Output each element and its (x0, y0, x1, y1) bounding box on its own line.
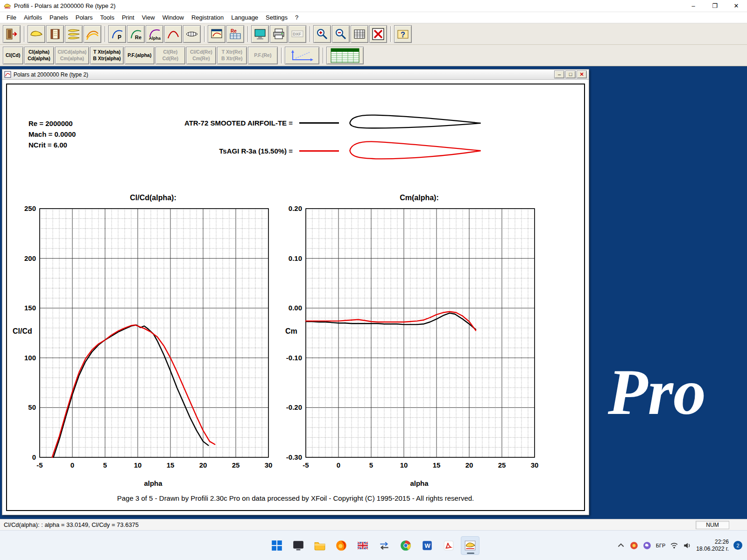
exit-button[interactable] (3, 25, 21, 43)
clcd-alpha-chart: -5051015202530050100150200250 (13, 204, 273, 471)
uk-keyboard-layout-button[interactable] (353, 536, 372, 555)
folder-icon (314, 539, 326, 552)
taskbar-center-icons: W (268, 536, 479, 555)
acrobat-button[interactable] (439, 536, 458, 555)
polar-data-grid-button[interactable] (326, 47, 364, 64)
compare-airfoils-button[interactable] (84, 25, 101, 43)
tab-clcd-re-cm-re[interactable]: Cl/Cd(Re) Cm(Re) (186, 47, 216, 64)
toolbar-separator (281, 48, 282, 63)
tab-txtr-re-bxtr-re[interactable]: T Xtr(Re) B Xtr(Re) (217, 47, 247, 64)
clcd-chart-title: Cl/Cd(alpha): (38, 194, 268, 202)
tab-cl-alpha-cd-alpha[interactable]: Cl(alpha) Cd(alpha) (24, 47, 54, 64)
airfoil-manager-button[interactable] (28, 25, 45, 43)
menu-tools[interactable]: Tools (97, 13, 118, 22)
delete-polar-button[interactable] (369, 25, 387, 43)
cm-x-axis-label: alpha (304, 479, 535, 487)
airfoil-stack-button[interactable] (65, 25, 83, 43)
wifi-icon[interactable] (670, 541, 678, 550)
menubar: File Airfoils Panels Polars Tools Print … (0, 12, 747, 23)
inner-minimize-button[interactable]: – (554, 70, 564, 78)
tab-label: Cl(Re) (163, 49, 177, 56)
re-value: Re = 2000000 (28, 118, 76, 129)
status-text: Cl/Cd(alpha): : alpha = 33.0149, Cl/Cdy … (4, 521, 139, 528)
tray-app-red-icon[interactable] (630, 541, 638, 550)
svg-text:0: 0 (337, 461, 340, 469)
viber-icon[interactable] (643, 541, 651, 550)
polars-window-content: Re = 2000000 Mach = 0.0000 NCrit = 6.00 … (2, 80, 589, 515)
single-polar-button[interactable] (164, 25, 182, 43)
polar-re-button[interactable]: Re (127, 25, 145, 43)
re-table-button[interactable]: Re (226, 25, 244, 43)
menu-print[interactable]: Print (118, 13, 138, 22)
inner-maximize-button[interactable]: □ (565, 70, 576, 78)
zoom-in-button[interactable] (313, 25, 331, 43)
airfoil-database-button[interactable] (46, 25, 64, 43)
menu-window[interactable]: Window (159, 13, 188, 22)
svg-text:20: 20 (465, 461, 473, 469)
polars-window-titlebar[interactable]: Polars at 2000000 Re (type 2) – □ ✕ (2, 70, 589, 80)
word-button[interactable]: W (418, 536, 437, 555)
close-button[interactable]: ✕ (726, 0, 747, 12)
tab-clcd-alpha-cm-alpha[interactable]: Cl/Cd(alpha) Cm(alpha) (55, 47, 90, 64)
menu-file[interactable]: File (3, 13, 20, 22)
menu-settings[interactable]: Settings (262, 13, 291, 22)
menu-registration[interactable]: Registration (188, 13, 227, 22)
svg-text:25: 25 (498, 461, 506, 469)
screen-view-button[interactable] (251, 25, 269, 43)
menu-help[interactable]: ? (291, 13, 302, 22)
num-lock-indicator: NUM (696, 521, 729, 529)
help-button[interactable]: ? (394, 25, 412, 43)
atr72-airfoil-shape (346, 112, 484, 134)
re-table-icon: Re (229, 28, 242, 41)
analysis-parameters: Re = 2000000 Mach = 0.0000 NCrit = 6.00 (28, 118, 76, 150)
axes-scale-button[interactable] (285, 47, 319, 64)
panels-button[interactable] (183, 25, 201, 43)
taskbar-time: 22:26 (696, 539, 729, 546)
menu-panels[interactable]: Panels (46, 13, 72, 22)
profili-app-button[interactable] (461, 536, 479, 555)
svg-text:15: 15 (167, 461, 175, 469)
svg-text:0.00: 0.00 (289, 304, 302, 312)
xfoil-analysis-button[interactable] (208, 25, 226, 43)
tab-label: Cl(Cd) (6, 52, 21, 59)
svg-text:25: 25 (232, 461, 240, 469)
taskbar-dark-app-button[interactable] (289, 536, 308, 555)
maximize-button[interactable]: ❐ (704, 0, 726, 12)
window-title: Profili - Polars at 2000000 Re (type 2) (14, 2, 116, 9)
firefox-button[interactable] (332, 536, 351, 555)
polar-p-button[interactable]: P (108, 25, 126, 43)
tab-cl-re-cd-re[interactable]: Cl(Re) Cd(Re) (155, 47, 185, 64)
keyboard-language-indicator[interactable]: БГР (656, 543, 666, 548)
data-table-button[interactable] (351, 25, 368, 43)
volume-icon[interactable] (683, 541, 691, 550)
clcd-x-axis-label: alpha (38, 479, 268, 487)
zoom-out-button[interactable] (332, 25, 350, 43)
tray-chevron-up-icon[interactable] (617, 541, 625, 550)
svg-text:15: 15 (433, 461, 441, 469)
minimize-button[interactable]: – (683, 0, 704, 12)
polar-alpha-button[interactable]: Alpha (146, 25, 163, 43)
start-button[interactable] (268, 536, 286, 555)
chrome-button[interactable] (396, 536, 415, 555)
legend-label-tsagi: TsAGI R-3a (15.50%) = (77, 147, 293, 155)
menu-polars[interactable]: Polars (72, 13, 97, 22)
analysis-window-icon (210, 28, 223, 41)
menu-view[interactable]: View (138, 13, 159, 22)
sync-app-button[interactable] (375, 536, 394, 555)
tab-pf-re[interactable]: P.F.(Re) (248, 47, 278, 64)
menu-language[interactable]: Language (227, 13, 262, 22)
taskbar-clock[interactable]: 22:26 18.06.2022 г. (696, 539, 729, 553)
tab-pf-alpha[interactable]: P.F.(alpha) (125, 47, 155, 64)
inner-close-button[interactable]: ✕ (577, 70, 587, 78)
file-explorer-button[interactable] (310, 536, 329, 555)
compare-airfoils-icon (86, 28, 99, 41)
print-button[interactable] (270, 25, 288, 43)
tab-cl-cd[interactable]: Cl(Cd) (3, 47, 23, 64)
tab-txtr-alpha-bxtr-alpha[interactable]: T Xtr(alpha) B Xtr(alpha) (90, 47, 124, 64)
toolbar-separator (247, 26, 249, 42)
dxf-export-button[interactable]: DXF (289, 25, 306, 43)
profili-icon (464, 539, 476, 552)
printer-icon (272, 28, 285, 41)
menu-airfoils[interactable]: Airfoils (20, 13, 46, 22)
notification-count-badge[interactable]: 2 (733, 541, 742, 550)
